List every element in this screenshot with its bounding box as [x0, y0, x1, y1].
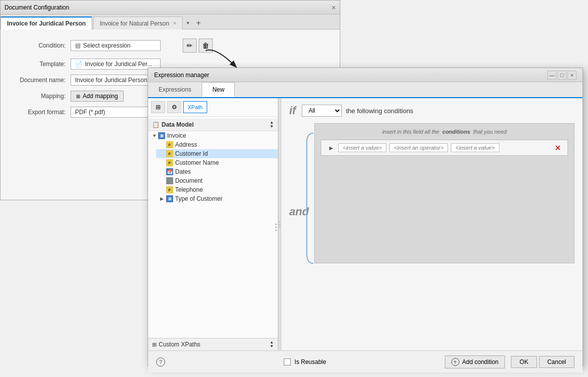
dialog-body: ⊞ ⚙ XPath 📋 Data Model ▲ ▼ [148, 98, 582, 350]
xpath-btn[interactable]: XPath [183, 101, 207, 113]
customername-field-icon: F [166, 159, 173, 166]
condition-input[interactable]: ▤ Select expression [71, 40, 161, 51]
template-icon: 📄 [75, 61, 83, 68]
tree-node-invoice[interactable]: ▼ ⊞ Invoice [148, 131, 278, 140]
tab-dropdown-icon[interactable]: ▾ [184, 17, 192, 29]
condition-label: Condition: [11, 42, 66, 49]
dialog-title: Expression manager [154, 72, 209, 79]
mapping-icon: ⊞ [76, 94, 80, 99]
ok-cancel-btns: OK Cancel [511, 356, 574, 368]
document-icon: 📎 [166, 177, 173, 184]
tab-close-icon[interactable]: × [173, 21, 176, 26]
tree-node-telephone[interactable]: F Telephone [156, 185, 278, 194]
bracket-svg [304, 128, 314, 268]
add-condition-btn[interactable]: + Add condition [445, 355, 505, 368]
tab-expressions[interactable]: Expressions [148, 82, 202, 97]
insert-operator[interactable]: <insert an operator> [389, 143, 448, 152]
dates-icon: 📅 [166, 168, 173, 175]
condition-icon: ▤ [75, 42, 81, 49]
condition-content-area: and insert in this field all the conditi… [289, 123, 574, 344]
dialog-maximize-btn[interactable]: □ [557, 71, 566, 80]
help-icon[interactable]: ? [156, 357, 165, 366]
table-view-btn[interactable]: ⊞ [151, 101, 165, 113]
dialog-minimize-btn[interactable]: — [547, 71, 556, 80]
condition-row-item: ▶ <insert a value> <insert an operator> … [321, 140, 568, 156]
bracket-area: and [289, 123, 314, 344]
tree-node-address[interactable]: F Address [156, 140, 278, 149]
following-conditions-text: the following conditions [346, 107, 413, 115]
is-reusable-checkbox[interactable] [284, 358, 291, 365]
docname-label: Document name: [11, 77, 66, 84]
resizer-dots [274, 223, 278, 232]
add-condition-circle-icon: + [451, 358, 459, 366]
play-icon[interactable]: ▶ [327, 144, 335, 152]
data-model-icon: 📋 [152, 121, 160, 128]
tree-node-customername[interactable]: F Customer Name [156, 158, 278, 167]
custom-xpaths-header: ⊞ Custom XPaths ▲ ▼ [148, 338, 278, 350]
is-reusable-label: Is Reusable [295, 358, 326, 365]
tabs-bar: Invoice for Juridical Person Invoice for… [1, 15, 340, 30]
expression-manager-dialog: Expression manager — □ × Expressions New… [148, 68, 583, 367]
export-label: Export format: [11, 109, 66, 116]
tree-node-customerid[interactable]: F Customer Id [156, 149, 278, 158]
custom-xpaths-section: ⊞ Custom XPaths ▲ ▼ [148, 338, 278, 350]
data-model-header: 📋 Data Model ▲ ▼ [148, 119, 278, 131]
footer-right: + Add condition OK Cancel [445, 355, 574, 368]
add-mapping-btn[interactable]: ⊞ Add mapping [71, 91, 124, 102]
template-label: Template: [11, 61, 66, 68]
tab-add-icon[interactable]: + [192, 17, 205, 29]
dialog-controls: — □ × [547, 71, 576, 80]
all-dropdown[interactable]: All Any None [302, 105, 342, 117]
delete-expression-btn[interactable]: 🗑 [199, 39, 213, 53]
mapping-label: Mapping: [11, 93, 66, 100]
invoice-table-icon: ⊞ [158, 132, 165, 139]
tab-invoice-natural[interactable]: Invoice for Natural Person × [93, 17, 183, 30]
condition-box: insert in this field all the conditions … [314, 123, 574, 263]
dialog-footer: ? Is Reusable + Add condition OK Cancel [148, 350, 582, 372]
edit-expression-btn[interactable]: ✏ [183, 39, 197, 53]
tree-node-typeofcustomer[interactable]: ▶ ⊞ Type of Customer [156, 194, 278, 203]
condition-instruction: insert in this field all the conditions … [315, 129, 574, 135]
cancel-btn[interactable]: Cancel [539, 356, 574, 368]
typeofcustomer-table-icon: ⊞ [166, 195, 173, 202]
custom-xpaths-icon: ⊞ [152, 341, 157, 348]
condition-row: Condition: ▤ Select expression ⊕ ✏ 🗑 [11, 38, 330, 54]
bg-close-icon[interactable]: × [332, 4, 336, 12]
custom-scroll-down-icon[interactable]: ▼ [270, 344, 274, 348]
tree-area: 📋 Data Model ▲ ▼ ▼ ⊞ Invoice F [148, 117, 278, 338]
left-panel: ⊞ ⚙ XPath 📋 Data Model ▲ ▼ [148, 98, 278, 350]
dialog-titlebar: Expression manager — □ × [148, 68, 582, 82]
footer-center: Is Reusable [284, 358, 326, 365]
expand-typeofcustomer-icon[interactable]: ▶ [160, 196, 165, 201]
right-panel: if All Any None the following conditions… [281, 98, 582, 350]
if-label: if [289, 104, 296, 117]
footer-left: ? [156, 357, 165, 366]
tree-node-document[interactable]: 📎 Document [156, 176, 278, 185]
bg-titlebar: Document Configuration × [1, 1, 340, 15]
address-field-icon: F [166, 141, 173, 148]
tab-invoice-juridical[interactable]: Invoice for Juridical Person [1, 17, 92, 30]
scroll-down-icon[interactable]: ▼ [270, 125, 274, 129]
customerid-field-icon: F [166, 150, 173, 157]
telephone-field-icon: F [166, 186, 173, 193]
tab-new[interactable]: New [202, 82, 235, 97]
bg-window-title: Document Configuration [5, 4, 69, 11]
export-select[interactable]: PDF (*.pdf) ▾ [71, 107, 161, 118]
ok-btn[interactable]: OK [511, 356, 536, 368]
insert-value-2[interactable]: <insert a value> [451, 143, 499, 152]
dialog-close-btn[interactable]: × [567, 71, 576, 80]
settings-btn[interactable]: ⚙ [167, 101, 181, 113]
left-toolbar: ⊞ ⚙ XPath [148, 98, 278, 117]
dialog-tabs: Expressions New [148, 82, 582, 98]
condition-header: if All Any None the following conditions [289, 104, 574, 117]
tree-node-dates[interactable]: 📅 Dates [156, 167, 278, 176]
expand-invoice-icon[interactable]: ▼ [152, 133, 157, 138]
insert-value-1[interactable]: <insert a value> [338, 143, 386, 152]
delete-condition-icon[interactable]: ✕ [553, 144, 561, 152]
template-input[interactable]: 📄 Invoice for Juridical Per... [71, 59, 161, 70]
